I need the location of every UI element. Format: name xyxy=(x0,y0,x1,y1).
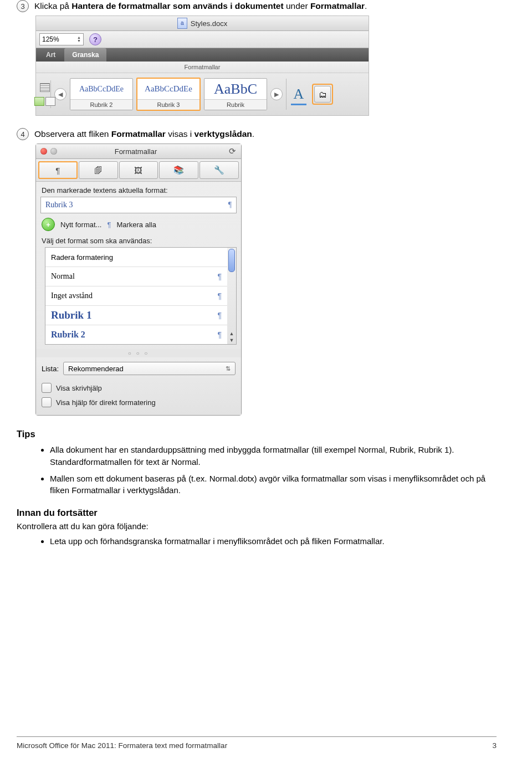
tab-granska[interactable]: Granska xyxy=(64,48,106,62)
document-icon: a xyxy=(177,18,187,29)
style-tile-rubrik[interactable]: AaBbC Rubrik xyxy=(204,78,267,110)
scrollbar[interactable]: ▲ ▼ xyxy=(227,247,237,345)
checkbox-icon[interactable] xyxy=(42,383,52,393)
pilcrow-icon: ¶ xyxy=(217,272,222,281)
panel-titlebar: Formatmallar ⟳ xyxy=(36,144,241,159)
panel-tab-paragraph[interactable]: ¶ xyxy=(38,161,78,179)
step-4-text: Observera att fliken Formatmallar visas … xyxy=(34,128,254,140)
list-select[interactable]: Rekommenderad ⇅ xyxy=(63,362,236,375)
panel-title: Formatmallar xyxy=(47,147,224,156)
list-item[interactable]: Normal ¶ xyxy=(45,267,227,286)
select-all-button[interactable]: Markera alla xyxy=(116,221,156,229)
view-toggle-group xyxy=(39,80,51,108)
window-titlebar: a Styles.docx xyxy=(36,16,369,31)
manage-styles-highlight: 🗂 xyxy=(312,84,333,105)
list-select-label: Lista: xyxy=(42,365,59,373)
panel-tab-tools[interactable]: 🔧 xyxy=(200,161,239,179)
step-3-text: Klicka på Hantera de formatmallar som an… xyxy=(34,0,367,12)
list-lines-icon[interactable] xyxy=(40,83,50,92)
scroll-left-icon[interactable]: ◀ xyxy=(54,88,66,100)
current-style-box[interactable]: Rubrik 3 ¶ xyxy=(40,197,237,213)
panel-tab-library[interactable]: 📚 xyxy=(159,161,198,179)
scroll-down-icon[interactable]: ▼ xyxy=(229,337,234,343)
panel-actions-row: + Nytt format... ¶ Markera alla xyxy=(36,213,241,235)
before-list: Leta upp och förhandsgranska formatmalla… xyxy=(50,535,497,547)
figure-styles-panel: Formatmallar ⟳ ¶ 🗐 🖼 📚 🔧 Den markerade t… xyxy=(35,144,497,416)
style-tile-rubrik2[interactable]: AaBbCcDdEe Rubrik 2 xyxy=(70,78,133,110)
checkbox-row-skrivhjalp[interactable]: Visa skrivhjälp xyxy=(42,381,236,395)
plus-icon[interactable]: + xyxy=(42,218,55,231)
list-item: Leta upp och förhandsgranska formatmalla… xyxy=(50,535,497,547)
pilcrow-icon: ¶ xyxy=(228,201,232,209)
pilcrow-icon: ¶ xyxy=(217,330,222,339)
stepper-arrows-icon[interactable]: ▲▼ xyxy=(77,36,81,43)
view-green-icon[interactable] xyxy=(34,97,44,106)
manage-styles-button[interactable]: 🗂 xyxy=(314,86,331,103)
tips-list: Alla dokument har en standarduppsättning… xyxy=(50,444,497,496)
view-plain-icon[interactable] xyxy=(45,97,55,106)
pilcrow-icon: ¶ xyxy=(217,311,222,320)
tab-art[interactable]: Art xyxy=(38,48,63,62)
page-number: 3 xyxy=(492,741,497,750)
panel-tab-media[interactable]: 🖼 xyxy=(119,161,158,179)
new-style-button[interactable]: Nytt format... xyxy=(60,221,101,229)
step-4: 4 Observera att fliken Formatmallar visa… xyxy=(17,128,497,140)
scroll-right-icon[interactable]: ▶ xyxy=(270,88,283,100)
checkbox-row-direkt[interactable]: Visa hjälp för direkt formatering xyxy=(42,395,236,409)
list-item[interactable]: Radera formatering xyxy=(45,248,227,267)
close-icon[interactable] xyxy=(40,148,47,155)
tips-heading: Tips xyxy=(17,429,497,439)
list-item: Mallen som ett dokument baseras på (t.ex… xyxy=(50,473,497,497)
ribbon-tabs: Art Granska xyxy=(36,48,369,62)
list-item[interactable]: Rubrik 1 ¶ xyxy=(45,306,227,325)
step-number-3: 3 xyxy=(17,0,29,12)
gear-icon[interactable]: ⟳ xyxy=(228,147,237,156)
pilcrow-icon: ¶ xyxy=(217,291,222,300)
scroll-thumb[interactable] xyxy=(228,249,235,272)
select-all-icon: ¶ xyxy=(107,221,111,229)
choose-style-label: Välj det format som ska användas: xyxy=(36,235,241,247)
style-tile-rubrik3[interactable]: AaBbCcDdEe Rubrik 3 xyxy=(136,78,201,111)
ribbon-group-label: Formatmallar xyxy=(36,62,369,73)
page-footer: Microsoft Office för Mac 2011: Formatera… xyxy=(17,736,497,750)
list-item[interactable]: Inget avstånd ¶ xyxy=(45,286,227,306)
resize-handle-icon[interactable]: ○ ○ ○ xyxy=(36,349,241,357)
help-icon[interactable]: ? xyxy=(89,33,101,45)
step-3: 3 Klicka på Hantera de formatmallar som … xyxy=(17,0,497,12)
font-color-icon[interactable]: A xyxy=(289,84,309,104)
footer-title: Microsoft Office för Mac 2011: Formatera… xyxy=(17,741,227,750)
toolbar-row: 125% ▲▼ ? xyxy=(36,31,369,48)
before-lead: Kontrollera att du kan göra följande: xyxy=(17,521,497,531)
panel-tabstrip: ¶ 🗐 🖼 📚 🔧 xyxy=(36,159,241,182)
panel-tab-copies[interactable]: 🗐 xyxy=(79,161,118,179)
style-tools-group: A 🗂 xyxy=(286,79,333,110)
window-title: Styles.docx xyxy=(191,19,227,28)
ribbon-body: ◀ AaBbCcDdEe Rubrik 2 AaBbCcDdEe Rubrik … xyxy=(36,73,369,115)
scroll-up-icon[interactable]: ▲ xyxy=(229,331,234,336)
zoom-field[interactable]: 125% ▲▼ xyxy=(39,33,84,45)
current-style-label: Den markerade textens aktuella format: xyxy=(36,182,241,197)
step-number-4: 4 xyxy=(17,128,29,140)
stepper-arrows-icon: ⇅ xyxy=(226,365,231,372)
figure-ribbon: a Styles.docx 125% ▲▼ ? Art Granska Form… xyxy=(35,16,497,116)
style-list: Radera formatering Normal ¶ Inget avstån… xyxy=(40,247,237,345)
list-item: Alla dokument har en standarduppsättning… xyxy=(50,444,497,468)
checkbox-icon[interactable] xyxy=(42,397,52,407)
list-item[interactable]: Rubrik 2 ¶ xyxy=(45,325,227,344)
before-heading: Innan du fortsätter xyxy=(17,508,497,518)
